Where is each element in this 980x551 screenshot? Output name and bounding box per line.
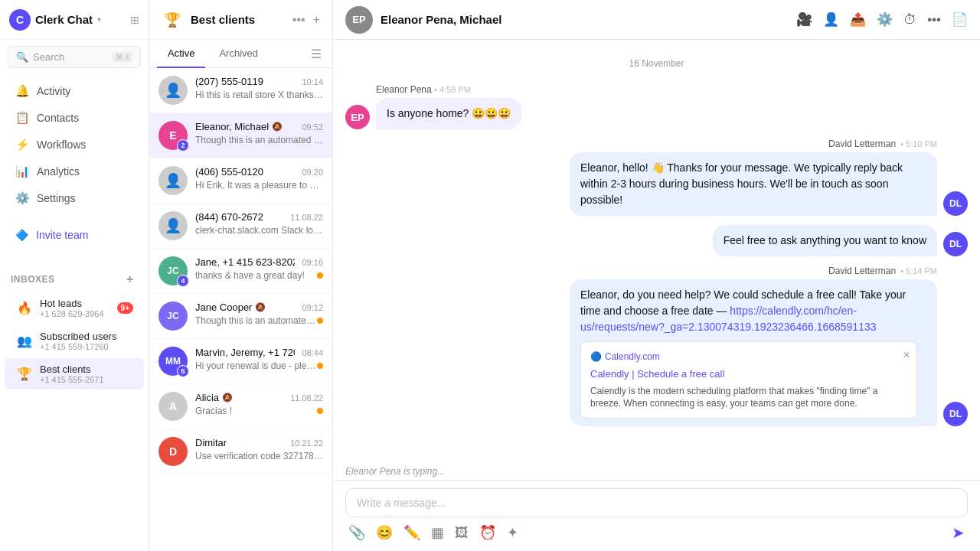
activity-icon: 🔔 (15, 84, 29, 98)
contact-name: Jane, +1 415 623-8202... (195, 256, 295, 268)
profile-icon[interactable]: 👤 (823, 11, 839, 28)
nav-label-activity: Activity (37, 85, 70, 97)
contact-name: Alicia 🔕 (195, 392, 233, 403)
contact-content: Jane Cooper 🔕 09:12 Though this is an au… (195, 302, 323, 326)
logo-icon: C (9, 9, 31, 31)
best-clients-icon: 🏆 (15, 365, 34, 383)
contact-name: Jane Cooper 🔕 (195, 302, 266, 313)
emoji-icon[interactable]: 😊 (376, 524, 393, 541)
inbox-phone-subscribed: +1 415 559-17260 (40, 342, 133, 351)
date-divider: 16 November (345, 58, 968, 69)
contact-name: (844) 670-2672 (195, 211, 263, 223)
message-input[interactable] (357, 497, 956, 509)
group-title: Best clients (191, 13, 285, 26)
contact-preview: thanks & have a great day! (195, 270, 305, 281)
inboxes-label: Inboxes (11, 274, 55, 285)
list-item[interactable]: 👤 (207) 555-0119 10:14 Hi this is retail… (149, 68, 332, 113)
invite-section[interactable]: 🔷 Invite team (5, 218, 144, 252)
avatar: JC (158, 302, 188, 331)
panel-icon[interactable]: 📄 (952, 11, 968, 28)
middle-header-actions: ••• + (291, 11, 322, 28)
sidebar-item-analytics[interactable]: 📊 Analytics (5, 158, 144, 184)
message-avatar: DL (943, 232, 968, 256)
layout-icon[interactable]: ⊞ (130, 14, 139, 26)
middle-panel: 🏆 Best clients ••• + Active Archived ☰ 👤… (149, 0, 333, 551)
message-bubble: Is anyone home? 😀😀😀 (376, 98, 521, 129)
contact-time: 10.21.22 (290, 439, 323, 448)
list-item[interactable]: JC Jane Cooper 🔕 09:12 Though this is an… (149, 294, 332, 339)
more-options-icon[interactable]: ••• (291, 11, 307, 28)
share-icon[interactable]: 📤 (850, 11, 866, 28)
inbox-item-hot-leads[interactable]: 🔥 Hot leads +1 628 629-3964 9+ (5, 292, 144, 324)
tabs: Active Archived ☰ (149, 40, 332, 68)
message-sender: Eleanor Pena • 4:58 PM (376, 84, 521, 95)
chat-input-box[interactable] (345, 488, 968, 517)
outgoing-group: David Letterman • 5:10 PM Eleanor, hello… (570, 139, 937, 216)
add-contact-icon[interactable]: + (312, 11, 322, 28)
settings-icon[interactable]: ⚙️ (877, 11, 893, 28)
message-sender: David Letterman • 5:14 PM (828, 266, 937, 276)
sidebar-header: C Clerk Chat ▾ ⊞ (0, 0, 149, 40)
contact-time: 09:52 (302, 122, 323, 132)
ai-icon[interactable]: ✦ (507, 524, 518, 541)
outgoing-group: Feel free to ask anything you want to kn… (713, 225, 937, 256)
list-item[interactable]: 👤 (844) 670-2672 11.08.22 clerk-chat.sla… (149, 204, 332, 249)
group-icon: 🏆 (160, 8, 185, 32)
tab-active[interactable]: Active (157, 40, 205, 68)
contact-time: 11.08.22 (290, 393, 323, 403)
inbox-item-best-clients[interactable]: 🏆 Best clients +1 415 555-2671 (5, 358, 144, 390)
contact-preview: clerk-chat.slack.com Slack login code: 1… (195, 225, 323, 236)
inboxes-header: Inboxes + (0, 267, 149, 292)
link-title[interactable]: Calendly | Schedule a free call (590, 367, 907, 382)
timer-icon[interactable]: ⏱ (903, 12, 916, 28)
add-inbox-button[interactable]: + (122, 272, 138, 287)
settings-icon: ⚙️ (15, 191, 29, 205)
contact-content: Jane, +1 415 623-8202... 09:16 thanks & … (195, 256, 323, 281)
edit-icon[interactable]: ✏️ (403, 524, 420, 541)
inbox-item-subscribed[interactable]: 👥 Subscribed users +1 415 559-17260 (5, 325, 144, 357)
list-item[interactable]: 👤 (406) 555-0120 09:20 Hi Erik, It was a… (149, 158, 332, 204)
attachment-icon[interactable]: 📎 (348, 524, 365, 541)
app-logo[interactable]: C Clerk Chat ▾ (9, 9, 101, 31)
filter-icon[interactable]: ☰ (308, 41, 325, 67)
contact-name: (406) 555-0120 (195, 166, 263, 178)
contact-time: 09:12 (302, 303, 323, 312)
search-kbd: ⌘ k (113, 52, 132, 62)
image-icon[interactable]: 🖼 (455, 525, 469, 541)
contact-content: (844) 670-2672 11.08.22 clerk-chat.slack… (195, 211, 323, 236)
send-button[interactable]: ➤ (952, 523, 965, 542)
chat-header-actions: 🎥 👤 📤 ⚙️ ⏱ ••• 📄 (796, 11, 968, 28)
close-icon[interactable]: ✕ (903, 348, 910, 362)
video-icon[interactable]: 🎥 (796, 11, 812, 28)
sidebar-item-settings[interactable]: ⚙️ Settings (5, 185, 144, 211)
typing-indicator: Eleanor Pena is typing... (333, 463, 980, 480)
list-item[interactable]: A Alicia 🔕 11.08.22 Gracias ! (149, 384, 332, 429)
contact-name: Marvin, Jeremy, +1 720... (195, 347, 295, 358)
contact-content: Dimitar 10.21.22 Use verification code 3… (195, 437, 323, 461)
sidebar-item-contacts[interactable]: 📋 Contacts (5, 105, 144, 131)
table-icon[interactable]: ▦ (431, 524, 444, 541)
list-item[interactable]: JC 4 Jane, +1 415 623-8202... 09:16 than… (149, 249, 332, 294)
tab-archived[interactable]: Archived (208, 40, 269, 68)
invite-team-button[interactable]: 🔷 Invite team (15, 224, 133, 246)
search-input[interactable]: 🔍 Search ⌘ k (8, 46, 141, 68)
link-description: Calendly is the modern scheduling platfo… (590, 385, 907, 411)
chat-panel: EP Eleanor Pena, Michael 🎥 👤 📤 ⚙️ ⏱ ••• … (333, 0, 980, 551)
list-item[interactable]: MM 6 Marvin, Jeremy, +1 720... 08:44 Hi … (149, 339, 332, 384)
outgoing-group: David Letterman • 5:14 PM Eleanor, do yo… (570, 266, 937, 426)
search-bar[interactable]: 🔍 Search ⌘ k (0, 40, 149, 74)
contact-name: Eleanor, Michael 🔕 (195, 121, 283, 132)
nav-label-workflows: Workflows (37, 139, 86, 151)
sidebar-item-activity[interactable]: 🔔 Activity (5, 78, 144, 104)
contact-preview: Gracias ! (195, 406, 232, 416)
list-item[interactable]: E 2 Eleanor, Michael 🔕 09:52 Though this… (149, 113, 332, 158)
more-icon[interactable]: ••• (927, 12, 941, 28)
inbox-name-hot-leads: Hot leads (40, 298, 111, 309)
sidebar-item-workflows[interactable]: ⚡ Workflows (5, 132, 144, 158)
contact-name: (207) 555-0119 (195, 76, 263, 87)
avatar: JC 4 (158, 256, 188, 285)
chat-avatar: EP (345, 6, 373, 34)
avatar: 👤 (158, 166, 188, 195)
list-item[interactable]: D Dimitar 10.21.22 Use verification code… (149, 429, 332, 474)
clock-icon[interactable]: ⏰ (479, 524, 496, 541)
